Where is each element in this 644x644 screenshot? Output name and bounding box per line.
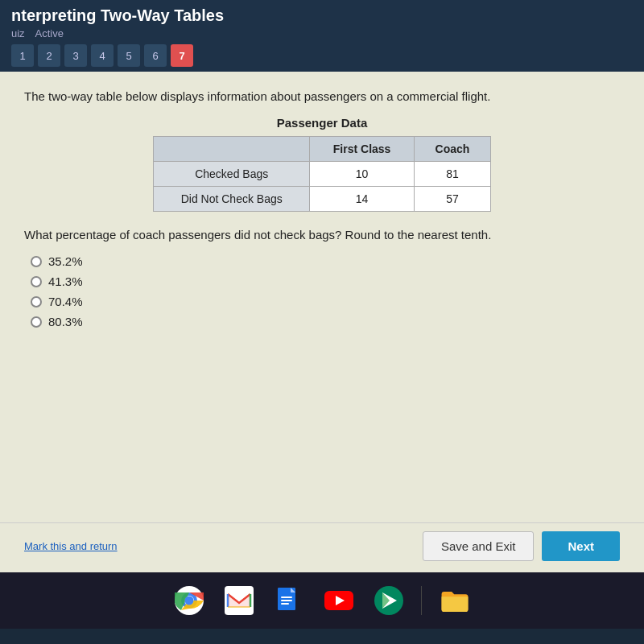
option-1[interactable]: 35.2% — [31, 254, 620, 268]
q-num-3[interactable]: 3 — [64, 44, 87, 67]
top-bar: nterpreting Two-Way Tables uiz Active 1 … — [0, 0, 644, 72]
main-content: The two-way table below displays informa… — [0, 72, 644, 522]
table-cell-checked-coach: 81 — [414, 162, 490, 187]
option-4[interactable]: 80.3% — [31, 315, 620, 328]
table-row: Checked Bags 10 81 — [154, 162, 491, 187]
chrome-icon[interactable] — [171, 583, 207, 618]
radio-4[interactable] — [31, 316, 42, 328]
passenger-data-table: First Class Coach Checked Bags 10 81 Did… — [153, 136, 491, 212]
option-3-label: 70.4% — [48, 295, 83, 308]
docs-icon[interactable] — [271, 583, 307, 618]
table-cell-notchecked-first: 14 — [310, 187, 414, 212]
google-play-icon[interactable] — [371, 583, 407, 618]
q-num-1[interactable]: 1 — [11, 44, 34, 67]
youtube-icon[interactable] — [321, 583, 357, 618]
answer-options: 35.2% 41.3% 70.4% 80.3% — [31, 254, 620, 328]
status-label: Active — [35, 27, 64, 39]
gmail-icon[interactable] — [221, 583, 257, 618]
folder-icon[interactable] — [436, 583, 473, 618]
svg-rect-7 — [281, 597, 292, 598]
bottom-bar: Mark this and return Save and Exit Next — [0, 522, 644, 572]
q-num-2[interactable]: 2 — [38, 44, 60, 67]
table-cell-checked-bags-label: Checked Bags — [154, 162, 310, 187]
svg-rect-9 — [281, 603, 289, 605]
save-exit-button[interactable]: Save and Exit — [423, 531, 535, 561]
table-title: Passenger Data — [24, 116, 620, 130]
next-button[interactable]: Next — [542, 531, 620, 561]
radio-3[interactable] — [31, 296, 42, 308]
svg-point-3 — [184, 597, 193, 605]
quiz-status: uiz Active — [11, 27, 633, 39]
table-row: Did Not Check Bags 14 57 — [154, 187, 491, 212]
svg-rect-8 — [281, 600, 292, 601]
question-text: The two-way table below displays informa… — [24, 88, 620, 105]
table-cell-notchecked-label: Did Not Check Bags — [154, 187, 310, 212]
table-header-first-class: First Class — [310, 137, 414, 162]
q-num-5[interactable]: 5 — [118, 44, 140, 67]
table-header-blank — [154, 137, 310, 162]
option-2-label: 41.3% — [48, 275, 83, 288]
taskbar-divider — [421, 586, 422, 615]
sub-question: What percentage of coach passengers did … — [24, 226, 620, 243]
q-num-7[interactable]: 7 — [171, 44, 193, 67]
table-cell-checked-first: 10 — [310, 162, 414, 187]
mark-return-button[interactable]: Mark this and return — [24, 540, 118, 552]
radio-2[interactable] — [31, 276, 42, 287]
quiz-label: uiz — [11, 27, 25, 39]
table-header-coach: Coach — [414, 137, 490, 162]
option-4-label: 80.3% — [48, 315, 83, 328]
option-2[interactable]: 41.3% — [31, 275, 620, 288]
option-3[interactable]: 70.4% — [31, 295, 620, 308]
q-num-6[interactable]: 6 — [144, 44, 167, 67]
table-cell-notchecked-coach: 57 — [414, 187, 490, 212]
action-buttons: Save and Exit Next — [423, 531, 620, 561]
radio-1[interactable] — [31, 256, 42, 267]
q-num-4[interactable]: 4 — [91, 44, 114, 67]
option-1-label: 35.2% — [48, 254, 83, 268]
question-numbers: 1 2 3 4 5 6 7 — [11, 44, 633, 67]
taskbar — [0, 572, 644, 629]
page-title: nterpreting Two-Way Tables — [11, 6, 633, 25]
